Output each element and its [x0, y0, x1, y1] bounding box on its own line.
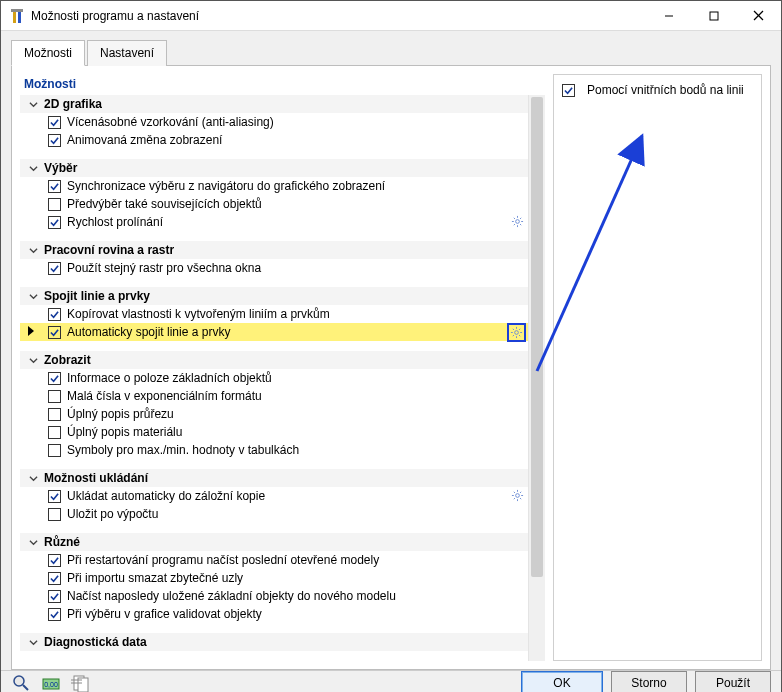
svg-point-7 [516, 220, 520, 224]
group-title: Diagnostická data [44, 635, 147, 649]
option-item[interactable]: Symboly pro max./min. hodnoty v tabulkác… [20, 441, 528, 459]
checkbox[interactable] [48, 390, 61, 403]
checkbox[interactable] [48, 554, 61, 567]
group-header[interactable]: 2D grafika [20, 95, 528, 113]
group-2d-graphics: 2D grafika Vícenásobné vzorkování (anti-… [20, 95, 528, 149]
option-item[interactable]: Předvýběr také souvisejících objektů [20, 195, 528, 213]
option-item[interactable]: Při restartování programu načíst posledn… [20, 551, 528, 569]
option-item[interactable]: Kopírovat vlastnosti k vytvořeným liniím… [20, 305, 528, 323]
scrollbar-thumb[interactable] [531, 97, 543, 577]
svg-line-23 [513, 335, 514, 336]
chevron-down-icon[interactable] [26, 535, 40, 549]
group-title: Možnosti ukládání [44, 471, 148, 485]
tab-settings[interactable]: Nastavení [87, 40, 167, 66]
option-label: Úplný popis průřezu [67, 407, 174, 421]
group-header[interactable]: Možnosti ukládání [20, 469, 528, 487]
option-item[interactable]: Animovaná změna zobrazení [20, 131, 528, 149]
option-item[interactable]: Použít stejný rastr pro všechna okna [20, 259, 528, 277]
units-icon[interactable]: 0,00 [41, 673, 61, 693]
detail-option[interactable]: Pomocí vnitřních bodů na linii [562, 81, 753, 99]
checkbox[interactable] [48, 590, 61, 603]
checkbox[interactable] [48, 262, 61, 275]
group-header[interactable]: Diagnostická data [20, 633, 528, 651]
search-icon[interactable] [11, 673, 31, 693]
reset-icon[interactable] [71, 673, 91, 693]
checkbox[interactable] [48, 408, 61, 421]
svg-line-21 [513, 329, 514, 330]
gear-icon[interactable] [511, 215, 524, 231]
gear-icon-highlighted[interactable] [507, 323, 526, 342]
tabs: Možnosti Nastavení [11, 39, 771, 65]
option-label: Ukládat automaticky do záložní kopie [67, 489, 265, 503]
option-item[interactable]: Synchronizace výběru z navigátoru do gra… [20, 177, 528, 195]
checkbox[interactable] [562, 84, 575, 97]
svg-line-30 [514, 492, 515, 493]
checkbox[interactable] [48, 308, 61, 321]
option-item[interactable]: Úplný popis průřezu [20, 405, 528, 423]
chevron-down-icon[interactable] [26, 353, 40, 367]
checkbox[interactable] [48, 216, 61, 229]
checkbox[interactable] [48, 426, 61, 439]
svg-line-13 [520, 224, 521, 225]
option-item[interactable]: Malá čísla v exponenciálním formátu [20, 387, 528, 405]
checkbox[interactable] [48, 508, 61, 521]
chevron-down-icon[interactable] [26, 161, 40, 175]
group-header[interactable]: Zobrazit [20, 351, 528, 369]
option-item[interactable]: Rychlost prolínání [20, 213, 528, 231]
group-header[interactable]: Spojit linie a prvky [20, 287, 528, 305]
apply-button[interactable]: Použít [695, 671, 771, 692]
vertical-scrollbar[interactable] [528, 95, 545, 661]
option-item-selected[interactable]: Automaticky spojit linie a prvky [20, 323, 528, 341]
option-item[interactable]: Načíst naposledy uložené základní objekt… [20, 587, 528, 605]
option-item[interactable]: Vícenásobné vzorkování (anti-aliasing) [20, 113, 528, 131]
chevron-down-icon[interactable] [26, 289, 40, 303]
options-tree[interactable]: 2D grafika Vícenásobné vzorkování (anti-… [20, 95, 528, 661]
svg-point-35 [14, 676, 24, 686]
checkbox[interactable] [48, 572, 61, 585]
option-label: Úplný popis materiálu [67, 425, 182, 439]
group-title: Pracovní rovina a rastr [44, 243, 174, 257]
option-item[interactable]: Informace o poloze základních objektů [20, 369, 528, 387]
svg-line-22 [519, 335, 520, 336]
checkbox[interactable] [48, 490, 61, 503]
chevron-down-icon[interactable] [26, 635, 40, 649]
svg-line-15 [520, 218, 521, 219]
option-item[interactable]: Úplný popis materiálu [20, 423, 528, 441]
svg-line-33 [520, 492, 521, 493]
group-connect-lines: Spojit linie a prvky Kopírovat vlastnost… [20, 287, 528, 341]
option-item[interactable]: Při importu smazat zbytečné uzly [20, 569, 528, 587]
option-label: Vícenásobné vzorkování (anti-aliasing) [67, 115, 274, 129]
option-item[interactable]: Ukládat automaticky do záložní kopie [20, 487, 528, 505]
checkbox[interactable] [48, 372, 61, 385]
checkbox[interactable] [48, 134, 61, 147]
minimize-button[interactable] [646, 1, 691, 31]
group-save-options: Možnosti ukládání Ukládat automaticky do… [20, 469, 528, 523]
close-button[interactable] [736, 1, 781, 31]
chevron-down-icon[interactable] [26, 243, 40, 257]
group-diagnostic: Diagnostická data [20, 633, 528, 651]
checkbox[interactable] [48, 180, 61, 193]
svg-line-14 [514, 224, 515, 225]
options-tree-column: Možnosti 2D grafika Vícenásobné vzorková… [20, 74, 545, 661]
group-header[interactable]: Různé [20, 533, 528, 551]
bottom-tool-icons: 0,00 [11, 673, 91, 693]
ok-button[interactable]: OK [521, 671, 603, 692]
option-item[interactable]: Uložit po výpočtu [20, 505, 528, 523]
tab-options[interactable]: Možnosti [11, 40, 85, 66]
group-header[interactable]: Výběr [20, 159, 528, 177]
checkbox[interactable] [48, 198, 61, 211]
svg-text:0,00: 0,00 [44, 681, 58, 688]
gear-icon[interactable] [511, 489, 524, 505]
group-header[interactable]: Pracovní rovina a rastr [20, 241, 528, 259]
option-label: Při restartování programu načíst posledn… [67, 553, 379, 567]
chevron-down-icon[interactable] [26, 97, 40, 111]
checkbox[interactable] [48, 116, 61, 129]
checkbox[interactable] [48, 444, 61, 457]
option-item[interactable]: Při výběru v grafice validovat objekty [20, 605, 528, 623]
checkbox[interactable] [48, 608, 61, 621]
cancel-button[interactable]: Storno [611, 671, 687, 692]
checkbox[interactable] [48, 326, 61, 339]
maximize-button[interactable] [691, 1, 736, 31]
group-selection: Výběr Synchronizace výběru z navigátoru … [20, 159, 528, 231]
chevron-down-icon[interactable] [26, 471, 40, 485]
